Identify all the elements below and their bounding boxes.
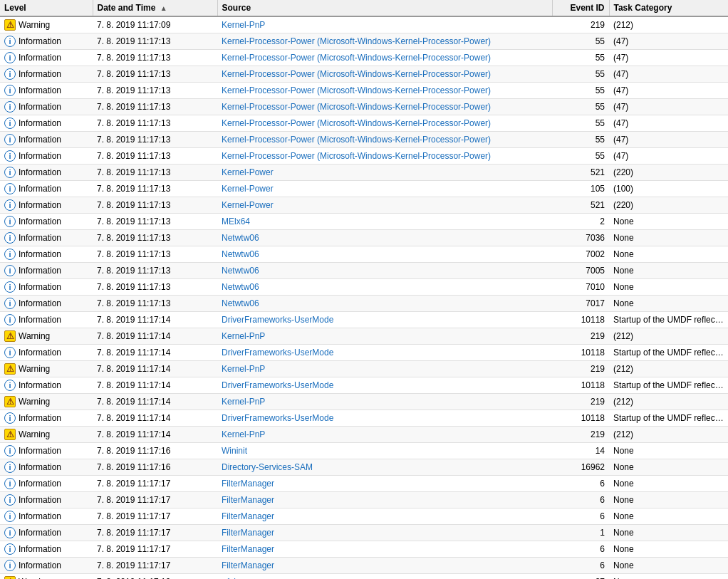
table-row[interactable]: ⚠Warning7. 8. 2019 11:17:19e1dexpress27N… <box>0 574 728 580</box>
col-header-level[interactable]: Level <box>0 0 93 16</box>
cell-source: Kernel-PnP <box>217 427 552 443</box>
cell-eventid: 55 <box>552 66 609 83</box>
cell-source: FilterManager <box>217 541 552 558</box>
cell-datetime: 7. 8. 2019 11:17:13 <box>93 279 217 296</box>
cell-taskcategory: (47) <box>609 83 728 99</box>
cell-level: ⚠Warning <box>0 16 93 33</box>
table-row[interactable]: iInformation7. 8. 2019 11:17:13Netwtw067… <box>0 279 728 296</box>
cell-taskcategory: None <box>609 476 728 492</box>
table-row[interactable]: iInformation7. 8. 2019 11:17:13Kernel-Pr… <box>0 83 728 99</box>
table-row[interactable]: iInformation7. 8. 2019 11:17:14DriverFra… <box>0 345 728 361</box>
level-text: Information <box>19 412 61 424</box>
cell-level: iInformation <box>0 66 93 83</box>
cell-datetime: 7. 8. 2019 11:17:13 <box>93 50 217 66</box>
cell-eventid: 55 <box>552 83 609 99</box>
table-row[interactable]: iInformation7. 8. 2019 11:17:16Directory… <box>0 459 728 476</box>
table-row[interactable]: iInformation7. 8. 2019 11:17:13Netwtw067… <box>0 230 728 246</box>
level-text: Information <box>19 264 61 277</box>
cell-source: Kernel-Power <box>217 165 552 181</box>
level-text: Information <box>19 444 61 457</box>
cell-datetime: 7. 8. 2019 11:17:17 <box>93 508 217 525</box>
cell-eventid: 2 <box>552 214 609 230</box>
info-icon: i <box>4 461 16 473</box>
table-row[interactable]: iInformation7. 8. 2019 11:17:17FilterMan… <box>0 492 728 508</box>
cell-level: iInformation <box>0 508 93 525</box>
table-row[interactable]: iInformation7. 8. 2019 11:17:17FilterMan… <box>0 558 728 574</box>
table-row[interactable]: iInformation7. 8. 2019 11:17:13Kernel-Pr… <box>0 99 728 115</box>
table-row[interactable]: iInformation7. 8. 2019 11:17:13MElx642No… <box>0 214 728 230</box>
level-text: Warning <box>19 575 50 579</box>
cell-datetime: 7. 8. 2019 11:17:13 <box>93 197 217 214</box>
table-row[interactable]: iInformation7. 8. 2019 11:17:13Netwtw067… <box>0 246 728 263</box>
cell-datetime: 7. 8. 2019 11:17:17 <box>93 525 217 541</box>
table-row[interactable]: ⚠Warning7. 8. 2019 11:17:09Kernel-PnP219… <box>0 16 728 33</box>
cell-datetime: 7. 8. 2019 11:17:16 <box>93 443 217 459</box>
table-row[interactable]: iInformation7. 8. 2019 11:17:16Wininit14… <box>0 443 728 459</box>
cell-datetime: 7. 8. 2019 11:17:14 <box>93 328 217 345</box>
table-row[interactable]: iInformation7. 8. 2019 11:17:13Kernel-Pr… <box>0 33 728 50</box>
cell-eventid: 10118 <box>552 410 609 427</box>
col-header-eventid[interactable]: Event ID <box>552 0 609 16</box>
cell-datetime: 7. 8. 2019 11:17:13 <box>93 246 217 263</box>
info-icon: i <box>4 183 16 194</box>
table-row[interactable]: iInformation7. 8. 2019 11:17:13Kernel-Po… <box>0 197 728 214</box>
cell-taskcategory: None <box>609 214 728 230</box>
cell-eventid: 6 <box>552 492 609 508</box>
level-text: Information <box>19 231 61 244</box>
table-row[interactable]: iInformation7. 8. 2019 11:17:17FilterMan… <box>0 541 728 558</box>
cell-eventid: 10118 <box>552 312 609 328</box>
col-header-taskcategory[interactable]: Task Category <box>609 0 728 16</box>
table-row[interactable]: iInformation7. 8. 2019 11:17:13Kernel-Pr… <box>0 66 728 83</box>
table-row[interactable]: iInformation7. 8. 2019 11:17:13Kernel-Po… <box>0 181 728 197</box>
table-row[interactable]: ⚠Warning7. 8. 2019 11:17:14Kernel-PnP219… <box>0 328 728 345</box>
table-row[interactable]: iInformation7. 8. 2019 11:17:14DriverFra… <box>0 312 728 328</box>
table-row[interactable]: iInformation7. 8. 2019 11:17:17FilterMan… <box>0 476 728 492</box>
cell-source: Wininit <box>217 443 552 459</box>
cell-eventid: 219 <box>552 16 609 33</box>
table-row[interactable]: iInformation7. 8. 2019 11:17:13Netwtw067… <box>0 263 728 279</box>
info-icon: i <box>4 347 16 358</box>
cell-level: iInformation <box>0 165 93 181</box>
table-row[interactable]: iInformation7. 8. 2019 11:17:14DriverFra… <box>0 377 728 394</box>
cell-datetime: 7. 8. 2019 11:17:09 <box>93 16 217 33</box>
cell-level: iInformation <box>0 214 93 230</box>
event-log-table-container[interactable]: Level Date and Time ▲ Source Event ID Ta… <box>0 0 728 579</box>
cell-eventid: 219 <box>552 394 609 410</box>
table-row[interactable]: iInformation7. 8. 2019 11:17:13Kernel-Pr… <box>0 148 728 165</box>
col-header-datetime[interactable]: Date and Time ▲ <box>93 0 217 16</box>
table-row[interactable]: iInformation7. 8. 2019 11:17:13Kernel-Pr… <box>0 132 728 148</box>
col-header-source[interactable]: Source <box>217 0 552 16</box>
table-row[interactable]: iInformation7. 8. 2019 11:17:14DriverFra… <box>0 410 728 427</box>
cell-datetime: 7. 8. 2019 11:17:13 <box>93 181 217 197</box>
info-icon: i <box>4 527 16 538</box>
cell-source: FilterManager <box>217 476 552 492</box>
cell-taskcategory: (212) <box>609 427 728 443</box>
cell-datetime: 7. 8. 2019 11:17:13 <box>93 165 217 181</box>
level-text: Information <box>19 100 61 113</box>
level-text: Information <box>19 477 61 490</box>
cell-source: FilterManager <box>217 525 552 541</box>
level-text: Information <box>19 68 61 80</box>
table-row[interactable]: iInformation7. 8. 2019 11:17:13Kernel-Po… <box>0 165 728 181</box>
table-row[interactable]: iInformation7. 8. 2019 11:17:17FilterMan… <box>0 508 728 525</box>
table-row[interactable]: iInformation7. 8. 2019 11:17:13Netwtw067… <box>0 296 728 312</box>
cell-eventid: 27 <box>552 574 609 580</box>
cell-taskcategory: Startup of the UMDF reflector <box>609 377 728 394</box>
table-row[interactable]: iInformation7. 8. 2019 11:17:17FilterMan… <box>0 525 728 541</box>
table-row[interactable]: iInformation7. 8. 2019 11:17:13Kernel-Pr… <box>0 50 728 66</box>
cell-taskcategory: Startup of the UMDF reflector <box>609 410 728 427</box>
cell-eventid: 521 <box>552 197 609 214</box>
table-row[interactable]: ⚠Warning7. 8. 2019 11:17:14Kernel-PnP219… <box>0 427 728 443</box>
level-text: Information <box>19 84 61 97</box>
cell-level: iInformation <box>0 541 93 558</box>
level-text: Information <box>19 543 61 555</box>
cell-taskcategory: (47) <box>609 33 728 50</box>
cell-datetime: 7. 8. 2019 11:17:13 <box>93 66 217 83</box>
cell-eventid: 7002 <box>552 246 609 263</box>
info-icon: i <box>4 494 16 506</box>
table-row[interactable]: ⚠Warning7. 8. 2019 11:17:14Kernel-PnP219… <box>0 361 728 377</box>
table-row[interactable]: ⚠Warning7. 8. 2019 11:17:14Kernel-PnP219… <box>0 394 728 410</box>
cell-eventid: 219 <box>552 427 609 443</box>
cell-level: iInformation <box>0 410 93 427</box>
table-row[interactable]: iInformation7. 8. 2019 11:17:13Kernel-Pr… <box>0 115 728 132</box>
